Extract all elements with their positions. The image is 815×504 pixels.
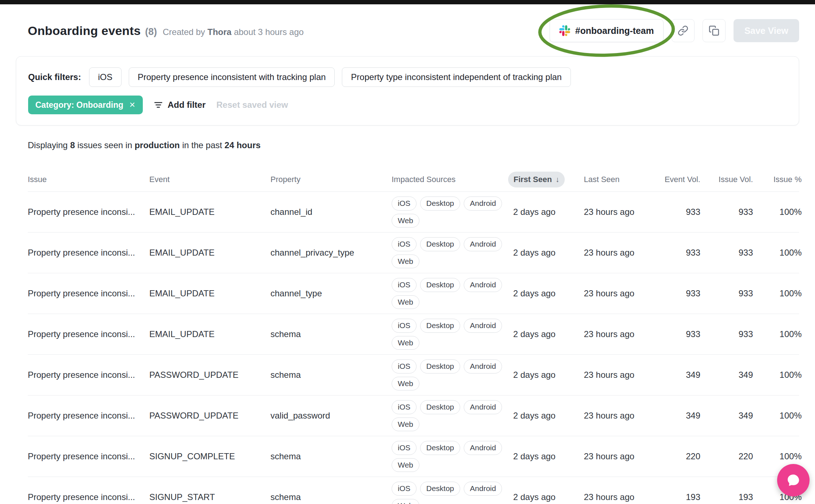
add-filter-button[interactable]: Add filter — [154, 100, 206, 110]
window-top-strip — [0, 0, 815, 4]
source-pills: iOSDesktopAndroidWeb — [392, 359, 504, 390]
event-cell: SIGNUP_START — [149, 492, 270, 502]
active-filter-pill[interactable]: Category: Onboarding ✕ — [28, 96, 143, 114]
source-pill: Desktop — [420, 196, 460, 210]
sort-desc-icon: ↓ — [555, 175, 559, 184]
quick-filter-chip[interactable]: Property type inconsistent independent o… — [342, 67, 570, 87]
event-vol-cell: 933 — [654, 207, 700, 217]
column-header-first-seen: First Seen ↓ — [508, 172, 582, 187]
quick-filters-label: Quick filters: — [28, 72, 81, 82]
source-pills: iOSDesktopAndroidWeb — [392, 196, 504, 227]
issue-cell: Property presence inconsi... — [28, 288, 149, 299]
property-cell: schema — [270, 492, 392, 502]
last-seen-cell: 23 hours ago — [582, 370, 654, 380]
last-seen-cell: 23 hours ago — [582, 411, 654, 421]
slack-button-wrap: #onboarding-team — [550, 19, 664, 42]
issue-vol-cell: 349 — [700, 370, 753, 380]
issue-pct-cell: 100% — [753, 370, 802, 380]
event-cell: EMAIL_UPDATE — [149, 329, 270, 339]
event-cell: PASSWORD_UPDATE — [149, 411, 270, 421]
table-row[interactable]: Property presence inconsi... EMAIL_UPDAT… — [28, 273, 799, 314]
save-view-button[interactable]: Save View — [734, 19, 799, 42]
created-by-prefix: Created by — [163, 27, 205, 37]
source-pill: Desktop — [420, 278, 460, 292]
issue-cell: Property presence inconsi... — [28, 492, 149, 502]
reset-saved-view-button[interactable]: Reset saved view — [216, 100, 288, 110]
event-vol-cell: 933 — [654, 288, 700, 299]
source-pill: Web — [392, 417, 419, 431]
slack-icon — [559, 25, 570, 36]
copy-link-button[interactable] — [671, 19, 695, 42]
table-row[interactable]: Property presence inconsi... PASSWORD_UP… — [28, 355, 799, 395]
source-pills: iOSDesktopAndroidWeb — [392, 278, 504, 309]
source-pill: Desktop — [420, 319, 460, 332]
table-row[interactable]: Property presence inconsi... SIGNUP_COMP… — [28, 436, 799, 477]
sort-first-seen-button[interactable]: First Seen ↓ — [508, 172, 565, 187]
summary-count: 8 — [70, 140, 75, 150]
source-pill: Web — [392, 295, 419, 309]
duplicate-view-button[interactable] — [702, 19, 726, 42]
first-seen-label: First Seen — [514, 175, 552, 184]
copy-icon — [709, 25, 719, 36]
event-cell: EMAIL_UPDATE — [149, 288, 270, 299]
quick-filter-chip[interactable]: Property presence inconsistent with trac… — [129, 67, 335, 87]
source-pill: Web — [392, 499, 419, 504]
source-pill: Android — [464, 196, 502, 210]
summary-mid2: in the past — [182, 140, 222, 150]
table-row[interactable]: Property presence inconsi... SIGNUP_STAR… — [28, 477, 799, 504]
created-by-name: Thora — [207, 27, 232, 37]
source-pill: Android — [464, 400, 502, 414]
page-root: Onboarding events (8) Created by Thora a… — [0, 19, 815, 504]
issue-cell: Property presence inconsi... — [28, 207, 149, 217]
event-cell: SIGNUP_COMPLETE — [149, 451, 270, 461]
last-seen-cell: 23 hours ago — [582, 248, 654, 258]
summary-environment: production — [135, 140, 180, 150]
table-row[interactable]: Property presence inconsi... EMAIL_UPDAT… — [28, 192, 799, 233]
source-pill: iOS — [392, 278, 417, 292]
source-pills: iOSDesktopAndroidWeb — [392, 482, 504, 504]
column-header-issue-pct: Issue % — [753, 175, 802, 184]
issues-table: Issue Event Property Impacted Sources Fi… — [16, 167, 799, 504]
active-filters-row: Category: Onboarding ✕ Add filter Reset … — [28, 96, 787, 114]
slack-channel-label: #onboarding-team — [575, 26, 654, 36]
property-cell: schema — [270, 451, 392, 461]
slack-channel-button[interactable]: #onboarding-team — [550, 19, 664, 42]
source-pills: iOSDesktopAndroidWeb — [392, 237, 504, 268]
source-pill: iOS — [392, 441, 417, 455]
issue-pct-cell: 100% — [753, 329, 802, 339]
source-pill: Desktop — [420, 237, 460, 251]
source-pill: Android — [464, 237, 502, 251]
property-cell: channel_type — [270, 288, 392, 299]
last-seen-cell: 23 hours ago — [582, 492, 654, 502]
event-cell: EMAIL_UPDATE — [149, 207, 270, 217]
quick-filter-chip[interactable]: iOS — [89, 67, 122, 87]
remove-filter-icon[interactable]: ✕ — [129, 101, 136, 109]
issue-cell: Property presence inconsi... — [28, 451, 149, 461]
active-filter-label: Category: Onboarding — [35, 100, 123, 110]
property-cell: channel_privacy_type — [270, 248, 392, 258]
source-pill: Web — [392, 255, 419, 268]
last-seen-cell: 23 hours ago — [582, 329, 654, 339]
table-row[interactable]: Property presence inconsi... EMAIL_UPDAT… — [28, 233, 799, 273]
event-vol-cell: 220 — [654, 451, 700, 461]
issue-vol-cell: 220 — [700, 451, 753, 461]
source-pills: iOSDesktopAndroidWeb — [392, 400, 504, 431]
property-cell: schema — [270, 370, 392, 380]
title-group: Onboarding events (8) Created by Thora a… — [28, 24, 304, 38]
created-by-line: Created by Thora about 3 hours ago — [163, 27, 304, 37]
source-pill: iOS — [392, 482, 417, 495]
filter-icon — [154, 100, 163, 110]
source-pill: Desktop — [420, 482, 460, 495]
source-pills: iOSDesktopAndroidWeb — [392, 319, 504, 350]
add-filter-label: Add filter — [168, 100, 206, 110]
first-seen-cell: 2 days ago — [508, 288, 582, 299]
source-pill: Android — [464, 482, 502, 495]
filters-card: Quick filters: iOSProperty presence inco… — [16, 56, 799, 125]
table-row[interactable]: Property presence inconsi... EMAIL_UPDAT… — [28, 314, 799, 355]
issue-count-badge: (8) — [145, 26, 157, 37]
summary-prefix: Displaying — [28, 140, 68, 150]
chat-launcher-button[interactable] — [777, 464, 810, 496]
page-title: Onboarding events — [28, 24, 141, 38]
table-row[interactable]: Property presence inconsi... PASSWORD_UP… — [28, 395, 799, 436]
event-vol-cell: 193 — [654, 492, 700, 502]
